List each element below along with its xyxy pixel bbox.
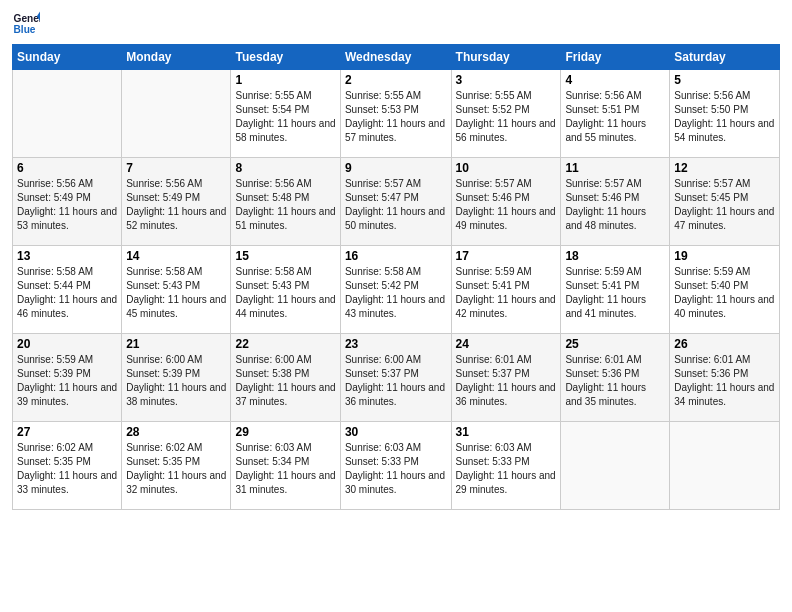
day-info: Sunrise: 5:59 AMSunset: 5:41 PMDaylight:… (456, 266, 556, 319)
day-number: 23 (345, 337, 447, 351)
day-cell-1: 1Sunrise: 5:55 AMSunset: 5:54 PMDaylight… (231, 70, 340, 158)
day-cell-19: 19Sunrise: 5:59 AMSunset: 5:40 PMDayligh… (670, 246, 780, 334)
weekday-sunday: Sunday (13, 45, 122, 70)
day-info: Sunrise: 5:55 AMSunset: 5:53 PMDaylight:… (345, 90, 445, 143)
day-number: 27 (17, 425, 117, 439)
week-row-2: 6Sunrise: 5:56 AMSunset: 5:49 PMDaylight… (13, 158, 780, 246)
day-number: 28 (126, 425, 226, 439)
day-number: 30 (345, 425, 447, 439)
weekday-saturday: Saturday (670, 45, 780, 70)
week-row-5: 27Sunrise: 6:02 AMSunset: 5:35 PMDayligh… (13, 422, 780, 510)
day-cell-30: 30Sunrise: 6:03 AMSunset: 5:33 PMDayligh… (340, 422, 451, 510)
day-cell-3: 3Sunrise: 5:55 AMSunset: 5:52 PMDaylight… (451, 70, 561, 158)
day-number: 10 (456, 161, 557, 175)
day-number: 4 (565, 73, 665, 87)
day-info: Sunrise: 5:57 AMSunset: 5:46 PMDaylight:… (565, 178, 646, 231)
day-info: Sunrise: 5:55 AMSunset: 5:52 PMDaylight:… (456, 90, 556, 143)
day-number: 14 (126, 249, 226, 263)
day-number: 12 (674, 161, 775, 175)
day-info: Sunrise: 6:00 AMSunset: 5:39 PMDaylight:… (126, 354, 226, 407)
day-cell-28: 28Sunrise: 6:02 AMSunset: 5:35 PMDayligh… (122, 422, 231, 510)
day-info: Sunrise: 5:59 AMSunset: 5:39 PMDaylight:… (17, 354, 117, 407)
day-cell-14: 14Sunrise: 5:58 AMSunset: 5:43 PMDayligh… (122, 246, 231, 334)
day-info: Sunrise: 5:57 AMSunset: 5:45 PMDaylight:… (674, 178, 774, 231)
day-cell-7: 7Sunrise: 5:56 AMSunset: 5:49 PMDaylight… (122, 158, 231, 246)
day-number: 8 (235, 161, 335, 175)
day-cell-21: 21Sunrise: 6:00 AMSunset: 5:39 PMDayligh… (122, 334, 231, 422)
day-cell-13: 13Sunrise: 5:58 AMSunset: 5:44 PMDayligh… (13, 246, 122, 334)
day-number: 18 (565, 249, 665, 263)
day-number: 3 (456, 73, 557, 87)
day-cell-8: 8Sunrise: 5:56 AMSunset: 5:48 PMDaylight… (231, 158, 340, 246)
day-number: 13 (17, 249, 117, 263)
weekday-thursday: Thursday (451, 45, 561, 70)
weekday-tuesday: Tuesday (231, 45, 340, 70)
day-number: 5 (674, 73, 775, 87)
day-number: 26 (674, 337, 775, 351)
weekday-header-row: SundayMondayTuesdayWednesdayThursdayFrid… (13, 45, 780, 70)
weekday-monday: Monday (122, 45, 231, 70)
day-number: 11 (565, 161, 665, 175)
day-info: Sunrise: 5:58 AMSunset: 5:44 PMDaylight:… (17, 266, 117, 319)
day-number: 6 (17, 161, 117, 175)
day-info: Sunrise: 5:56 AMSunset: 5:49 PMDaylight:… (126, 178, 226, 231)
day-info: Sunrise: 6:02 AMSunset: 5:35 PMDaylight:… (126, 442, 226, 495)
day-number: 21 (126, 337, 226, 351)
empty-cell (13, 70, 122, 158)
logo: General Blue (12, 10, 40, 38)
logo-icon: General Blue (12, 10, 40, 38)
empty-cell (122, 70, 231, 158)
day-cell-16: 16Sunrise: 5:58 AMSunset: 5:42 PMDayligh… (340, 246, 451, 334)
day-cell-26: 26Sunrise: 6:01 AMSunset: 5:36 PMDayligh… (670, 334, 780, 422)
day-number: 25 (565, 337, 665, 351)
day-cell-5: 5Sunrise: 5:56 AMSunset: 5:50 PMDaylight… (670, 70, 780, 158)
day-cell-11: 11Sunrise: 5:57 AMSunset: 5:46 PMDayligh… (561, 158, 670, 246)
day-number: 16 (345, 249, 447, 263)
day-info: Sunrise: 5:56 AMSunset: 5:50 PMDaylight:… (674, 90, 774, 143)
day-info: Sunrise: 5:56 AMSunset: 5:48 PMDaylight:… (235, 178, 335, 231)
weekday-friday: Friday (561, 45, 670, 70)
day-cell-31: 31Sunrise: 6:03 AMSunset: 5:33 PMDayligh… (451, 422, 561, 510)
day-cell-6: 6Sunrise: 5:56 AMSunset: 5:49 PMDaylight… (13, 158, 122, 246)
day-cell-22: 22Sunrise: 6:00 AMSunset: 5:38 PMDayligh… (231, 334, 340, 422)
day-number: 1 (235, 73, 335, 87)
day-cell-15: 15Sunrise: 5:58 AMSunset: 5:43 PMDayligh… (231, 246, 340, 334)
day-number: 15 (235, 249, 335, 263)
day-number: 31 (456, 425, 557, 439)
day-info: Sunrise: 5:56 AMSunset: 5:51 PMDaylight:… (565, 90, 646, 143)
day-info: Sunrise: 5:55 AMSunset: 5:54 PMDaylight:… (235, 90, 335, 143)
day-cell-9: 9Sunrise: 5:57 AMSunset: 5:47 PMDaylight… (340, 158, 451, 246)
day-cell-25: 25Sunrise: 6:01 AMSunset: 5:36 PMDayligh… (561, 334, 670, 422)
day-info: Sunrise: 5:57 AMSunset: 5:46 PMDaylight:… (456, 178, 556, 231)
week-row-4: 20Sunrise: 5:59 AMSunset: 5:39 PMDayligh… (13, 334, 780, 422)
day-number: 22 (235, 337, 335, 351)
day-info: Sunrise: 6:01 AMSunset: 5:37 PMDaylight:… (456, 354, 556, 407)
day-info: Sunrise: 5:59 AMSunset: 5:40 PMDaylight:… (674, 266, 774, 319)
day-cell-2: 2Sunrise: 5:55 AMSunset: 5:53 PMDaylight… (340, 70, 451, 158)
day-cell-23: 23Sunrise: 6:00 AMSunset: 5:37 PMDayligh… (340, 334, 451, 422)
day-number: 9 (345, 161, 447, 175)
day-number: 17 (456, 249, 557, 263)
day-info: Sunrise: 5:58 AMSunset: 5:42 PMDaylight:… (345, 266, 445, 319)
day-info: Sunrise: 5:58 AMSunset: 5:43 PMDaylight:… (235, 266, 335, 319)
day-number: 19 (674, 249, 775, 263)
day-cell-18: 18Sunrise: 5:59 AMSunset: 5:41 PMDayligh… (561, 246, 670, 334)
day-info: Sunrise: 6:02 AMSunset: 5:35 PMDaylight:… (17, 442, 117, 495)
day-cell-17: 17Sunrise: 5:59 AMSunset: 5:41 PMDayligh… (451, 246, 561, 334)
day-cell-20: 20Sunrise: 5:59 AMSunset: 5:39 PMDayligh… (13, 334, 122, 422)
day-number: 20 (17, 337, 117, 351)
day-info: Sunrise: 6:00 AMSunset: 5:37 PMDaylight:… (345, 354, 445, 407)
day-info: Sunrise: 5:57 AMSunset: 5:47 PMDaylight:… (345, 178, 445, 231)
empty-cell (561, 422, 670, 510)
day-number: 24 (456, 337, 557, 351)
calendar-table: SundayMondayTuesdayWednesdayThursdayFrid… (12, 44, 780, 510)
day-number: 7 (126, 161, 226, 175)
header: General Blue (12, 10, 780, 38)
day-info: Sunrise: 6:03 AMSunset: 5:33 PMDaylight:… (456, 442, 556, 495)
day-info: Sunrise: 6:00 AMSunset: 5:38 PMDaylight:… (235, 354, 335, 407)
week-row-1: 1Sunrise: 5:55 AMSunset: 5:54 PMDaylight… (13, 70, 780, 158)
day-cell-29: 29Sunrise: 6:03 AMSunset: 5:34 PMDayligh… (231, 422, 340, 510)
day-number: 29 (235, 425, 335, 439)
day-info: Sunrise: 6:03 AMSunset: 5:33 PMDaylight:… (345, 442, 445, 495)
day-number: 2 (345, 73, 447, 87)
